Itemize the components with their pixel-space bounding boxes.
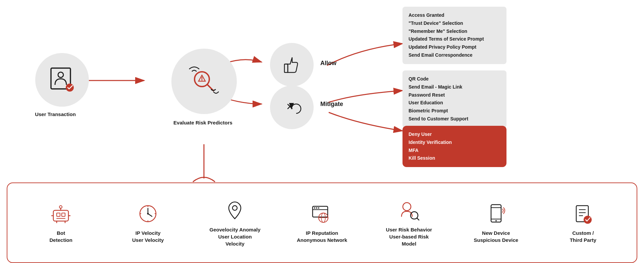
ip-velocity-label: IP VelocityUser Velocity — [132, 229, 164, 244]
user-risk-label: User Risk BehaviorUser-based Risk Model — [382, 226, 436, 247]
svg-point-40 — [316, 207, 317, 209]
ip-velocity-icon — [136, 202, 160, 225]
allow-action-box: Access Granted "Trust Device" Selection … — [402, 7, 506, 64]
allow-box-content: Access Granted "Trust Device" Selection … — [409, 11, 500, 59]
ip-reputation-label: IP ReputationAnonymous Network — [297, 229, 347, 244]
ip-reputation-icon — [310, 202, 334, 225]
main-container: User Transaction Evaluate Risk Predictor… — [0, 0, 644, 263]
svg-point-9 — [201, 80, 202, 81]
mitigate-box2-content: Deny User Identity Verification MFA Kill… — [409, 130, 500, 162]
user-transaction-node — [35, 53, 89, 107]
mitigate-box1-content: QR Code Send Email - Magic Link Password… — [409, 75, 500, 123]
svg-rect-11 — [284, 64, 288, 72]
predictor-bot-detection: BotDetection — [34, 202, 88, 244]
svg-point-42 — [403, 203, 411, 211]
user-risk-icon — [397, 199, 421, 222]
evaluate-icon — [186, 63, 223, 100]
user-transaction-icon — [47, 65, 77, 95]
diagram-area: User Transaction Evaluate Risk Predictor… — [0, 0, 644, 183]
predictor-geovelocity: Geovelocity AnomalyUser Location Velocit… — [208, 199, 262, 247]
predictor-new-device: New DeviceSuspicious Device — [469, 202, 523, 244]
geovelocity-icon — [223, 199, 247, 222]
predictor-user-risk: User Risk BehaviorUser-based Risk Model — [382, 199, 436, 247]
geovelocity-label: Geovelocity AnomalyUser Location Velocit… — [208, 226, 262, 247]
svg-rect-16 — [57, 213, 60, 216]
mitigate-action-box2: Deny User Identity Verification MFA Kill… — [402, 126, 506, 167]
svg-rect-45 — [491, 205, 501, 222]
svg-rect-17 — [62, 213, 65, 216]
svg-point-4 — [58, 72, 63, 77]
svg-point-41 — [318, 207, 319, 209]
new-device-label: New DeviceSuspicious Device — [474, 229, 519, 244]
bot-detection-label: BotDetection — [50, 229, 72, 244]
svg-point-5 — [66, 84, 74, 92]
custom-icon — [571, 202, 595, 225]
predictor-custom: Custom /Third Party — [556, 202, 610, 244]
svg-point-48 — [495, 220, 497, 221]
allow-label: Allow — [320, 60, 336, 67]
mitigate-node — [270, 86, 314, 129]
user-transaction-label: User Transaction — [25, 111, 86, 118]
mitigate-action-box1: QR Code Send Email - Magic Link Password… — [402, 70, 506, 128]
svg-rect-15 — [53, 210, 68, 221]
custom-label: Custom /Third Party — [570, 229, 596, 244]
svg-point-28 — [147, 213, 149, 214]
allow-icon — [279, 52, 305, 77]
bottom-panel: BotDetection IP VelocityUser Velocity — [7, 182, 637, 263]
svg-point-33 — [232, 206, 237, 210]
svg-line-7 — [207, 85, 213, 91]
svg-line-44 — [417, 218, 419, 220]
new-device-icon — [484, 202, 508, 225]
mitigate-label: Mitigate — [320, 101, 343, 108]
predictor-ip-reputation: IP ReputationAnonymous Network — [295, 202, 349, 244]
predictor-ip-velocity: IP VelocityUser Velocity — [121, 202, 175, 244]
evaluate-node — [171, 49, 237, 114]
svg-point-39 — [314, 207, 315, 209]
evaluate-label: Evaluate Risk Predictors — [168, 119, 238, 126]
mitigate-icon — [279, 95, 305, 120]
allow-node — [270, 43, 314, 87]
bot-detection-icon — [49, 202, 73, 225]
